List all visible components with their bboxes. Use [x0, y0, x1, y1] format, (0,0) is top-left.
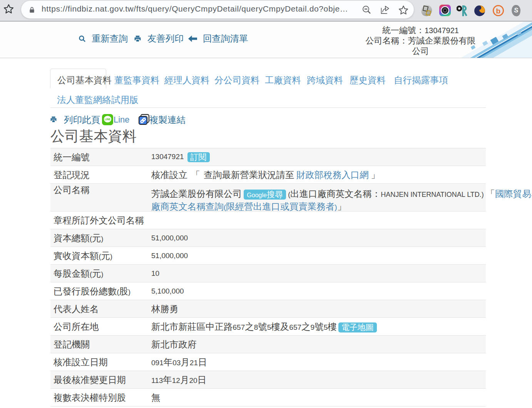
svg-text:b: b [496, 7, 501, 15]
svg-text:LINE: LINE [105, 118, 110, 121]
